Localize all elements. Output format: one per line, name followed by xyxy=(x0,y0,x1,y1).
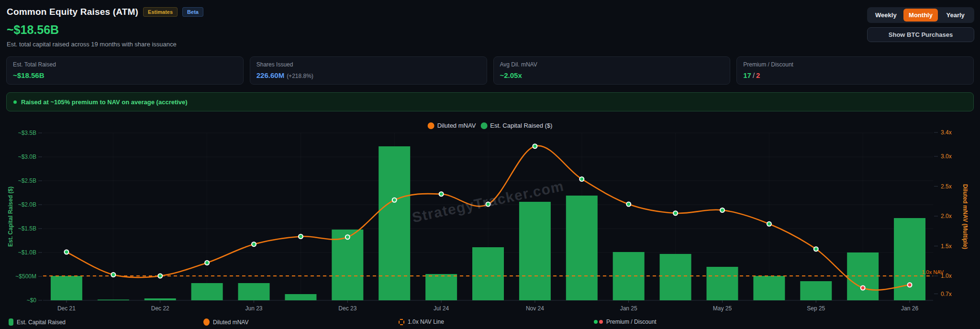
chart-canvas: ~$3.5B~$3.0B~$2.5B~$2.0B~$1.5B~$1.0B~$50… xyxy=(0,115,980,329)
page-title: Common Equity Raises (ATM) xyxy=(7,7,138,17)
mnav-point[interactable] xyxy=(814,247,818,251)
x-axis-label: Sep 25 xyxy=(807,305,825,312)
left-axis-tick-label: ~$3.5B xyxy=(18,130,36,136)
mnav-point[interactable] xyxy=(908,283,912,286)
bar-est-capital-raised[interactable] xyxy=(98,300,129,301)
range-toggle: Weekly Monthly Yearly xyxy=(867,7,974,23)
card-value-suffix: (+218.8%) xyxy=(287,73,313,79)
green-bar-swatch-icon xyxy=(9,318,13,326)
right-axis-title: Diluted mNAV (Multiple) xyxy=(962,184,969,249)
range-monthly-button[interactable]: Monthly xyxy=(903,9,938,22)
card-label: Premium / Discount xyxy=(743,61,967,68)
bar-est-capital-raised[interactable] xyxy=(285,294,316,300)
mnav-point[interactable] xyxy=(346,235,349,239)
x-axis-label: Jul 24 xyxy=(434,305,449,312)
mnav-point[interactable] xyxy=(533,144,536,148)
left-axis-title: Est. Capital Raised ($) xyxy=(7,186,14,247)
card-value: 226.60M(+218.8%) xyxy=(256,71,480,79)
mnav-point[interactable] xyxy=(205,261,209,264)
bar-est-capital-raised[interactable] xyxy=(145,298,176,300)
mnav-point[interactable] xyxy=(580,177,583,181)
bar-est-capital-raised[interactable] xyxy=(753,276,785,300)
accretive-banner: Raised at ~105% premium to NAV on averag… xyxy=(6,92,974,111)
left-axis-tick-label: ~$2.5B xyxy=(18,177,36,184)
card-label: Est. Total Raised xyxy=(13,61,237,68)
nav-line-label: 1.0x NAV xyxy=(922,269,944,275)
mnav-point[interactable] xyxy=(65,251,68,254)
discount-count: 2 xyxy=(756,71,760,79)
card-avg-dil-mnav: Avg Dil. mNAV ~2.05x xyxy=(493,56,731,85)
bar-est-capital-raised[interactable] xyxy=(238,283,270,300)
card-premium-discount: Premium / Discount 17/2 xyxy=(736,56,974,85)
mnav-point[interactable] xyxy=(440,192,443,196)
x-axis-label: Dec 23 xyxy=(338,305,356,312)
mnav-point[interactable] xyxy=(393,198,396,202)
card-value: ~$18.56B xyxy=(13,71,237,79)
right-axis-tick-label: 1.5x xyxy=(941,243,952,250)
mnav-point[interactable] xyxy=(674,211,677,215)
bar-est-capital-raised[interactable] xyxy=(379,146,410,300)
left-axis-tick-label: ~$0 xyxy=(27,297,37,304)
subtitle: Est. total capital raised across 19 mont… xyxy=(7,41,203,48)
bar-est-capital-raised[interactable] xyxy=(519,202,551,300)
right-axis-tick-label: 3.4x xyxy=(941,129,952,136)
estimates-badge: Estimates xyxy=(143,7,178,17)
card-label: Shares Issued xyxy=(256,61,480,68)
x-axis-label: Jun 23 xyxy=(245,305,263,312)
mnav-point[interactable] xyxy=(861,286,865,290)
right-axis-tick-label: 0.7x xyxy=(941,291,952,297)
show-btc-purchases-button[interactable]: Show BTC Purchases xyxy=(867,27,974,42)
bar-est-capital-raised[interactable] xyxy=(425,274,457,300)
card-label: Avg Dil. mNAV xyxy=(500,61,724,68)
left-axis-tick-label: ~$1.0B xyxy=(18,249,36,256)
left-axis-tick-label: ~$1.5B xyxy=(18,225,36,232)
premium-count: 17 xyxy=(743,71,751,79)
bar-est-capital-raised[interactable] xyxy=(332,230,363,300)
card-value: 17/2 xyxy=(743,71,967,79)
chart-area: Diluted mNAV Est. Capital Raised ($) ~$3… xyxy=(0,115,980,329)
total-raised-value: ~$18.56B xyxy=(7,23,203,37)
bottom-legend-diluted-mnav[interactable]: Diluted mNAV xyxy=(203,318,248,326)
right-axis-tick-label: 3.0x xyxy=(941,153,952,160)
mnav-point[interactable] xyxy=(768,222,771,226)
stat-cards: Est. Total Raised ~$18.56B Shares Issued… xyxy=(6,56,974,85)
bar-est-capital-raised[interactable] xyxy=(191,283,223,300)
bar-est-capital-raised[interactable] xyxy=(660,254,691,300)
dashboard: { "header": { "title": "Common Equity Ra… xyxy=(0,0,980,329)
right-axis-tick-label: 2.0x xyxy=(941,213,952,219)
right-axis-tick-label: 2.5x xyxy=(941,183,952,190)
x-axis-label: Dec 22 xyxy=(151,305,169,312)
mnav-point[interactable] xyxy=(252,242,256,246)
dashed-box-swatch-icon xyxy=(399,319,404,325)
bottom-legend-premium-discount[interactable]: Premium / Discount xyxy=(594,318,657,325)
x-axis-label: May 25 xyxy=(713,305,732,312)
range-weekly-button[interactable]: Weekly xyxy=(869,9,903,22)
bar-est-capital-raised[interactable] xyxy=(566,196,598,300)
beta-badge: Beta xyxy=(182,7,203,17)
range-yearly-button[interactable]: Yearly xyxy=(938,9,973,22)
mnav-point[interactable] xyxy=(299,235,302,238)
premium-discount-dots-icon xyxy=(594,320,603,324)
bar-est-capital-raised[interactable] xyxy=(894,218,925,300)
banner-dot-icon xyxy=(13,100,17,104)
mnav-point[interactable] xyxy=(158,274,162,278)
x-axis-label: Jan 25 xyxy=(620,305,637,312)
left-axis-tick-label: ~$2.0B xyxy=(18,201,36,208)
x-axis-label: Dec 21 xyxy=(57,305,76,312)
mnav-point[interactable] xyxy=(111,273,115,276)
bar-est-capital-raised[interactable] xyxy=(847,252,879,300)
bar-est-capital-raised[interactable] xyxy=(51,276,82,300)
bar-est-capital-raised[interactable] xyxy=(472,247,504,300)
bar-est-capital-raised[interactable] xyxy=(706,267,738,300)
card-shares-issued: Shares Issued 226.60M(+218.8%) xyxy=(250,56,487,85)
left-axis-tick-label: ~$3.0B xyxy=(18,154,36,160)
bar-est-capital-raised[interactable] xyxy=(800,281,832,300)
bottom-legend-est-capital-raised[interactable]: Est. Capital Raised xyxy=(9,318,66,326)
banner-text: Raised at ~105% premium to NAV on averag… xyxy=(21,99,188,106)
left-axis-tick-label: ~$500M xyxy=(15,273,36,280)
x-axis-label: Nov 24 xyxy=(526,305,544,312)
bottom-legend-nav-line[interactable]: 1.0x NAV Line xyxy=(399,318,444,325)
mnav-point[interactable] xyxy=(721,208,724,212)
mnav-point[interactable] xyxy=(627,203,630,206)
card-value: ~2.05x xyxy=(500,71,724,79)
